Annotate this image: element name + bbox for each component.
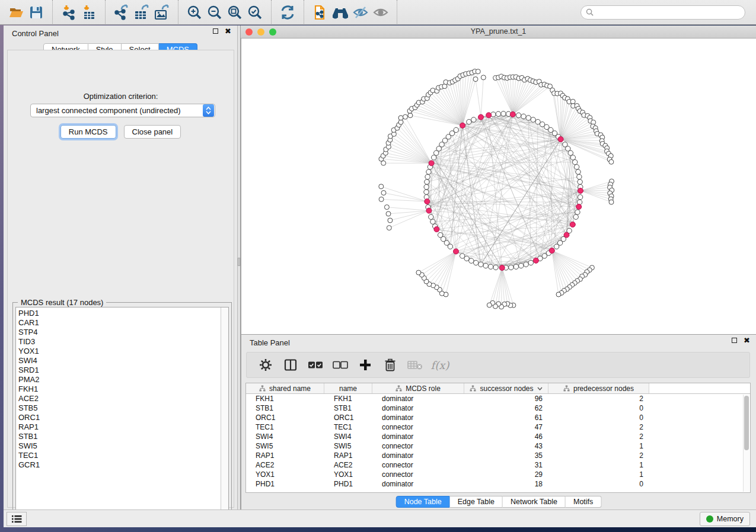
mcds-result-item[interactable]: ACE2 [18,394,221,403]
cell-mcds-role[interactable]: connector [372,441,464,451]
table-tab-motifs[interactable]: Motifs [566,496,601,508]
import-table-button[interactable] [79,3,99,22]
show-graphics-details-button[interactable] [371,3,391,22]
cell-name[interactable]: STB1 [324,403,372,413]
cell-name[interactable]: SWI5 [324,441,372,451]
cell-name[interactable]: TEC1 [324,422,372,432]
delete-column-button[interactable] [381,355,400,375]
cell-mcds-role[interactable]: dominator [372,479,464,489]
cell-successor-nodes[interactable]: 62 [464,403,548,413]
cell-predecessor-nodes[interactable]: 0 [548,479,649,489]
cell-mcds-role[interactable]: dominator [372,403,464,413]
cell-name[interactable]: ORC1 [324,413,372,422]
cell-predecessor-nodes[interactable]: 1 [548,441,649,451]
cell-name[interactable]: YOX1 [324,470,372,479]
cell-mcds-role[interactable]: connector [372,422,464,432]
cell-shared-name[interactable]: RAP1 [246,451,324,460]
refresh-view-button[interactable] [277,3,298,22]
memory-button[interactable]: Memory [700,512,750,526]
cell-predecessor-nodes[interactable]: 2 [548,394,649,403]
cell-shared-name[interactable]: ACE2 [246,460,324,470]
mcds-result-item[interactable]: TID3 [18,337,221,347]
run-mcds-button[interactable]: Run MCDS [60,125,116,139]
cell-predecessor-nodes[interactable]: 2 [548,422,649,432]
cell-successor-nodes[interactable]: 46 [464,432,548,441]
cell-name[interactable]: FKH1 [324,394,372,403]
mcds-result-item[interactable]: PMA2 [18,375,221,384]
cell-predecessor-nodes[interactable]: 2 [548,432,649,441]
zoom-selected-button[interactable] [245,3,265,22]
cell-name[interactable]: PHD1 [324,479,372,489]
cell-mcds-role[interactable]: dominator [372,413,464,422]
cell-name[interactable]: ACE2 [324,460,372,470]
table-settings-button[interactable] [256,355,275,375]
mcds-result-item[interactable]: YOX1 [18,347,221,356]
task-history-button[interactable] [7,512,27,526]
cell-mcds-role[interactable]: connector [372,470,464,479]
add-column-button[interactable] [356,355,375,375]
column-header-mcds-role[interactable]: MCDS role [372,383,464,393]
mcds-result-item[interactable]: SRD1 [18,366,221,375]
table-row[interactable]: YOX1YOX1connector291 [246,470,750,479]
search-network-button[interactable] [330,3,350,22]
cell-successor-nodes[interactable]: 29 [464,470,548,479]
table-scrollbar[interactable] [743,395,749,492]
open-file-button[interactable] [6,3,26,22]
deselect-all-button[interactable] [331,355,350,375]
table-row[interactable]: SWI4SWI4dominator462 [246,432,750,441]
cell-shared-name[interactable]: ORC1 [246,413,324,422]
mcds-result-item[interactable]: RAP1 [18,422,221,432]
table-row[interactable]: FKH1FKH1dominator962 [246,394,750,403]
splitter-grip[interactable] [238,258,240,266]
table-tab-network-table[interactable]: Network Table [503,496,566,508]
mcds-result-item[interactable]: FKH1 [18,384,221,394]
zoom-in-button[interactable] [184,3,205,22]
table-row[interactable]: STB1STB1dominator620 [246,403,750,413]
cell-name[interactable]: SWI4 [324,432,372,441]
cell-shared-name[interactable]: YOX1 [246,470,324,479]
table-row[interactable]: RAP1RAP1dominator352 [246,451,750,460]
column-visibility-button[interactable] [281,355,300,375]
cell-name[interactable]: RAP1 [324,451,372,460]
cell-shared-name[interactable]: SWI5 [246,441,324,451]
float-table-panel-icon[interactable] [732,338,737,343]
cell-successor-nodes[interactable]: 18 [464,479,548,489]
column-header-name[interactable]: name [324,383,372,393]
network-view-titlebar[interactable]: YPA_prune.txt_1 [241,25,756,39]
cell-successor-nodes[interactable]: 47 [464,422,548,432]
table-row[interactable]: TEC1TEC1connector472 [246,422,750,432]
cell-successor-nodes[interactable]: 31 [464,460,548,470]
cell-successor-nodes[interactable]: 96 [464,394,548,403]
export-image-button[interactable] [152,3,172,22]
zoom-out-button[interactable] [205,3,225,22]
cell-predecessor-nodes[interactable]: 0 [548,403,649,413]
table-scrollbar-thumb[interactable] [744,396,749,450]
mcds-result-item[interactable]: PHD1 [18,309,221,318]
cell-predecessor-nodes[interactable]: 1 [548,470,649,479]
clone-network-button[interactable] [310,3,330,22]
table-row[interactable]: ACE2ACE2connector311 [246,460,750,470]
column-header-predecessor-nodes[interactable]: predecessor nodes [548,383,649,393]
close-table-panel-icon[interactable]: ✖ [744,338,750,343]
table-tab-node-table[interactable]: Node Table [396,496,450,508]
cell-mcds-role[interactable]: connector [372,460,464,470]
float-panel-icon[interactable] [213,28,218,34]
zoom-fit-button[interactable] [225,3,245,22]
mcds-result-item[interactable]: CAR1 [18,318,221,328]
mcds-result-item[interactable]: TEC1 [18,451,221,460]
cell-predecessor-nodes[interactable]: 1 [548,460,649,470]
column-header-successor-nodes[interactable]: successor nodes [464,383,548,393]
mcds-result-item[interactable]: STB1 [18,432,221,441]
mcds-result-item[interactable]: STP4 [18,328,221,337]
column-header-shared-name[interactable]: shared name [246,383,324,393]
cell-shared-name[interactable]: STB1 [246,403,324,413]
cell-successor-nodes[interactable]: 35 [464,451,548,460]
cell-mcds-role[interactable]: dominator [372,394,464,403]
search-field[interactable] [580,5,745,20]
cell-shared-name[interactable]: TEC1 [246,422,324,432]
mcds-result-item[interactable]: ORC1 [18,413,221,422]
optimization-criterion-select[interactable]: largest connected component (undirected) [30,104,215,117]
export-network-button[interactable] [111,3,132,22]
export-table-button[interactable] [132,3,152,22]
cell-successor-nodes[interactable]: 43 [464,441,548,451]
